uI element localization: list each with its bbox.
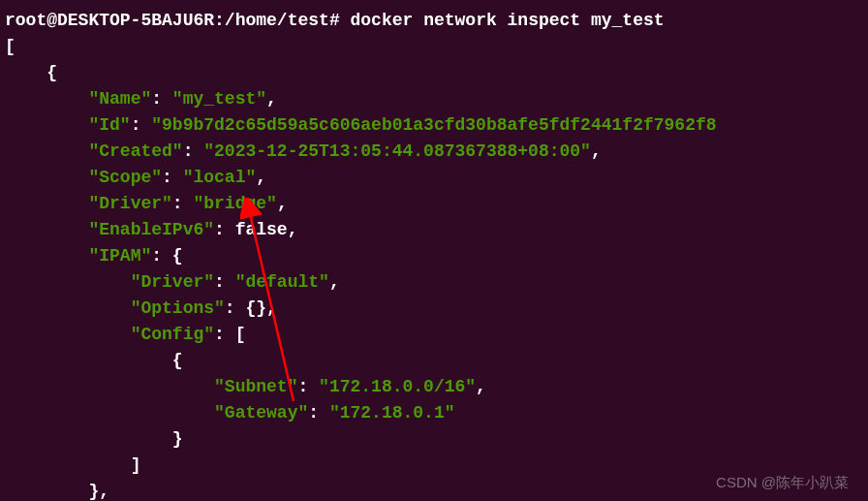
json-id: "Id": "9b9b7d2c65d59a5c606aeb01a3cfd30b8… xyxy=(5,112,863,139)
prompt-symbol: # xyxy=(329,11,340,30)
json-driver: "Driver": "bridge", xyxy=(5,191,863,217)
json-gateway: "Gateway": "172.18.0.1" xyxy=(5,400,863,426)
path: /home/test xyxy=(225,11,329,30)
json-scope: "Scope": "local", xyxy=(5,165,863,191)
json-open-bracket: [ xyxy=(5,34,863,60)
json-created: "Created": "2023-12-25T13:05:44.08736738… xyxy=(5,139,863,165)
prompt-line: root@DESKTOP-5BAJU6R:/home/test# docker … xyxy=(5,8,863,34)
json-ipam: "IPAM": { xyxy=(5,243,863,269)
terminal-output: root@DESKTOP-5BAJU6R:/home/test# docker … xyxy=(5,8,863,501)
json-enableipv6: "EnableIPv6": false, xyxy=(5,217,863,243)
json-open-brace: { xyxy=(5,60,863,86)
json-options: "Options": {}, xyxy=(5,296,863,322)
json-name: "Name": "my_test", xyxy=(5,86,863,112)
json-config-close-brace: } xyxy=(5,426,863,453)
json-config: "Config": [ xyxy=(5,322,863,348)
prompt-sep: : xyxy=(214,11,225,30)
json-ipam-driver: "Driver": "default", xyxy=(5,269,863,296)
json-config-brace: { xyxy=(5,348,863,374)
json-subnet: "Subnet": "172.18.0.0/16", xyxy=(5,374,863,400)
watermark: CSDN @陈年小趴菜 xyxy=(716,472,849,494)
user-host: root@DESKTOP-5BAJU6R xyxy=(5,11,214,30)
command: docker network inspect my_test xyxy=(351,11,665,30)
